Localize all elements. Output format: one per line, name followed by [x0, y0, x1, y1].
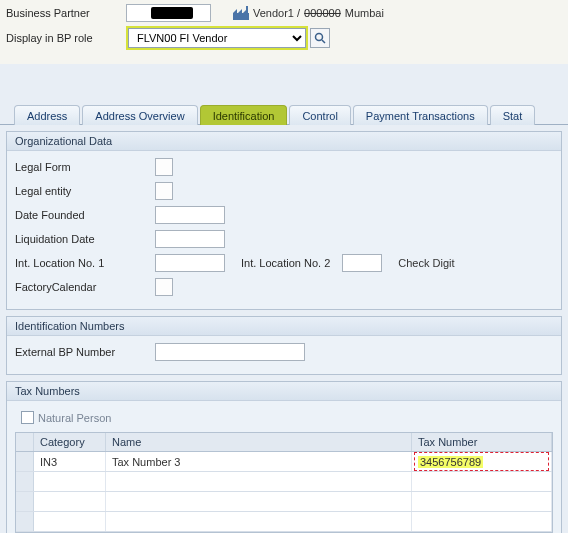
tab-address-overview[interactable]: Address Overview: [82, 105, 197, 125]
loc1-label: Int. Location No. 1: [15, 257, 155, 269]
row-selector[interactable]: [16, 452, 34, 471]
identification-numbers-panel: Identification Numbers External BP Numbe…: [6, 316, 562, 375]
vendor-city: Mumbai: [345, 7, 384, 19]
bp-label: Business Partner: [6, 7, 126, 19]
organizational-data-panel: Organizational Data Legal Form Legal ent…: [6, 131, 562, 310]
legal-entity-input[interactable]: [155, 182, 173, 200]
tab-status[interactable]: Stat: [490, 105, 536, 125]
row-selector[interactable]: [16, 492, 34, 511]
ext-bp-label: External BP Number: [15, 346, 155, 358]
col-taxnum: Tax Number: [412, 433, 552, 451]
cell-taxnum[interactable]: 3456756789: [412, 452, 552, 471]
tax-title: Tax Numbers: [7, 382, 561, 401]
natural-person-label: Natural Person: [38, 412, 111, 424]
search-icon: [314, 32, 326, 44]
legal-entity-label: Legal entity: [15, 185, 155, 197]
liquidation-label: Liquidation Date: [15, 233, 155, 245]
svg-line-6: [322, 40, 325, 43]
org-title: Organizational Data: [7, 132, 561, 151]
legal-form-input[interactable]: [155, 158, 173, 176]
svg-marker-2: [238, 9, 242, 13]
role-label: Display in BP role: [6, 32, 126, 44]
tax-numbers-panel: Tax Numbers Natural Person Category Name…: [6, 381, 562, 533]
col-selector: [16, 433, 34, 451]
svg-marker-1: [233, 9, 237, 13]
taxnum-value: 3456756789: [418, 456, 483, 468]
loc1-input[interactable]: [155, 254, 225, 272]
tab-address[interactable]: Address: [14, 105, 80, 125]
vendor-code: 000000: [304, 7, 341, 19]
tax-grid: Category Name Tax Number IN3 Tax Number …: [15, 432, 553, 533]
tab-identification[interactable]: Identification: [200, 105, 288, 125]
vendor-prefix: Vendor1 /: [253, 7, 300, 19]
ident-title: Identification Numbers: [7, 317, 561, 336]
tab-payment-transactions[interactable]: Payment Transactions: [353, 105, 488, 125]
table-row[interactable]: [16, 472, 552, 492]
loc2-input[interactable]: [342, 254, 382, 272]
role-search-button[interactable]: [310, 28, 330, 48]
row-selector[interactable]: [16, 472, 34, 491]
svg-point-5: [316, 34, 323, 41]
table-row[interactable]: [16, 512, 552, 532]
cell-name[interactable]: Tax Number 3: [106, 452, 412, 471]
tab-strip: Address Address Overview Identification …: [0, 104, 568, 125]
col-category: Category: [34, 433, 106, 451]
table-row[interactable]: IN3 Tax Number 3 3456756789: [16, 452, 552, 472]
svg-rect-0: [233, 13, 249, 20]
svg-rect-4: [246, 6, 248, 13]
factory-cal-label: FactoryCalendar: [15, 281, 155, 293]
date-founded-input[interactable]: [155, 206, 225, 224]
tab-control[interactable]: Control: [289, 105, 350, 125]
liquidation-input[interactable]: [155, 230, 225, 248]
loc2-label: Int. Location No. 2: [241, 257, 330, 269]
cell-category[interactable]: IN3: [34, 452, 106, 471]
date-founded-label: Date Founded: [15, 209, 155, 221]
check-digit-label: Check Digit: [398, 257, 454, 269]
factory-icon: [233, 6, 249, 20]
row-selector[interactable]: [16, 512, 34, 531]
bp-value-redacted: [151, 7, 193, 19]
table-row[interactable]: [16, 492, 552, 512]
col-name: Name: [106, 433, 412, 451]
ext-bp-input[interactable]: [155, 343, 305, 361]
factory-cal-input[interactable]: [155, 278, 173, 296]
bp-role-select[interactable]: FLVN00 FI Vendor: [128, 28, 306, 48]
natural-person-checkbox[interactable]: [21, 411, 34, 424]
legal-form-label: Legal Form: [15, 161, 155, 173]
